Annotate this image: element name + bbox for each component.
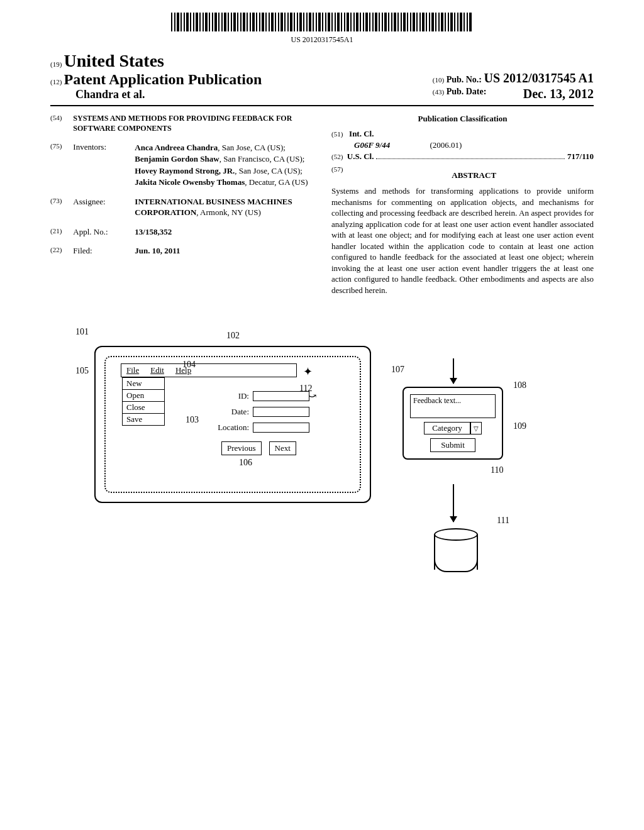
location-input[interactable] xyxy=(253,423,309,433)
code-51: (51) xyxy=(331,130,343,138)
feedback-textarea[interactable]: Feedback text... xyxy=(410,394,496,418)
menu-item-new[interactable]: New xyxy=(123,378,164,390)
inventor-location: , Decatur, GA (US) xyxy=(245,177,308,187)
us-cl-label: U.S. Cl. xyxy=(347,152,374,162)
ref-111: 111 xyxy=(497,516,509,526)
menu-file[interactable]: File xyxy=(126,365,139,375)
menu-item-open[interactable]: Open xyxy=(123,390,164,402)
dropdown-icon[interactable]: ▽ xyxy=(470,422,482,434)
code-75: (75) xyxy=(50,142,62,188)
menu-help[interactable]: Help xyxy=(175,365,191,375)
menubar[interactable]: File Edit Help xyxy=(121,363,297,377)
inventor-name: Anca Andreea Chandra xyxy=(135,143,218,152)
database-icon xyxy=(434,528,478,572)
int-cl-date: (2006.01) xyxy=(430,140,462,150)
arrow-down-icon xyxy=(453,358,454,384)
us-cl-value: 717/110 xyxy=(567,152,594,162)
menu-item-close[interactable]: Close xyxy=(123,402,164,414)
next-button[interactable]: Next xyxy=(269,441,296,455)
barcode-number: US 20120317545A1 xyxy=(50,35,594,45)
code-52: (52) xyxy=(331,153,343,160)
inventors-label: Inventors: xyxy=(73,142,123,188)
inventor-name: Jakita Nicole Owensby Thomas xyxy=(135,177,245,187)
inventors-list: Anca Andreea Chandra, San Jose, CA (US);… xyxy=(135,142,313,188)
category-select[interactable]: Category xyxy=(424,422,470,434)
figure-1: 101 102 105 104 112 103 106 107 108 109 … xyxy=(50,321,594,604)
int-cl-label: Int. Cl. xyxy=(349,129,374,138)
invention-title: SYSTEMS AND METHODS FOR PROVIDING FEEDBA… xyxy=(73,114,313,133)
submit-button[interactable]: Submit xyxy=(430,438,475,452)
app-window: File Edit Help New Open Close Save ✦ ⤻ I… xyxy=(94,346,371,503)
date-input[interactable] xyxy=(253,407,309,417)
ref-101: 101 xyxy=(75,327,89,337)
cursor-star-icon: ✦ xyxy=(303,365,313,379)
location-label: Location: xyxy=(215,423,249,433)
document-header: (19) United States (12) Patent Applicati… xyxy=(50,51,594,101)
ref-109: 109 xyxy=(513,421,526,431)
file-dropdown[interactable]: New Open Close Save xyxy=(122,377,165,426)
inventor-location: , San Jose, CA (US); xyxy=(235,166,303,175)
inventor-location: , San Jose, CA (US); xyxy=(218,143,286,152)
menu-edit[interactable]: Edit xyxy=(150,365,164,375)
horizontal-rule xyxy=(50,105,594,106)
previous-button[interactable]: Previous xyxy=(221,441,262,455)
appl-no-value: 13/158,352 xyxy=(135,227,172,237)
assignee-label: Assignee: xyxy=(73,197,123,218)
code-57: (57) xyxy=(331,165,343,185)
code-21: (21) xyxy=(50,227,62,237)
code-22: (22) xyxy=(50,246,62,256)
barcode-graphic xyxy=(171,13,473,31)
filed-value: Jun. 10, 2011 xyxy=(135,246,180,256)
id-input[interactable] xyxy=(253,391,309,401)
publication-type: Patent Application Publication xyxy=(64,71,262,87)
classification-header: Publication Classification xyxy=(331,114,594,124)
author-line: Chandra et al. xyxy=(50,88,262,101)
code-73: (73) xyxy=(50,197,62,218)
code-19: (19) xyxy=(50,60,62,68)
ref-102: 102 xyxy=(226,331,240,341)
inventor-name: Hovey Raymond Strong, JR. xyxy=(135,166,235,175)
country-name: United States xyxy=(64,51,164,70)
assignee-value: INTERNATIONAL BUSINESS MACHINES CORPORAT… xyxy=(135,197,313,218)
date-label: Date: xyxy=(215,407,249,417)
dotted-leader xyxy=(376,158,565,159)
publication-number: US 2012/0317545 A1 xyxy=(484,71,594,85)
appl-no-label: Appl. No.: xyxy=(73,227,123,237)
int-cl-code: G06F 9/44 xyxy=(354,140,390,150)
abstract-header: ABSTRACT xyxy=(354,170,594,180)
menu-item-save[interactable]: Save xyxy=(123,414,164,425)
feedback-panel: Feedback text... Category ▽ Submit xyxy=(402,387,503,460)
assignee-location: , Armonk, NY (US) xyxy=(196,208,260,217)
ref-108: 108 xyxy=(513,380,526,390)
arrow-down-icon xyxy=(453,484,454,522)
pub-no-label: Pub. No.: xyxy=(447,75,482,84)
barcode-region: US 20120317545A1 xyxy=(50,13,594,45)
ref-105: 105 xyxy=(75,366,89,376)
ref-107: 107 xyxy=(391,365,404,375)
code-12: (12) xyxy=(50,78,62,86)
code-10: (10) xyxy=(433,76,444,84)
abstract-text: Systems and methods for transforming app… xyxy=(331,185,594,296)
inventor-name: Benjamin Gordon Shaw xyxy=(135,154,219,163)
inventor-location: , San Francisco, CA (US); xyxy=(219,154,305,163)
code-43: (43) xyxy=(433,88,444,96)
code-54: (54) xyxy=(50,114,62,133)
filed-label: Filed: xyxy=(73,246,123,256)
id-label: ID: xyxy=(215,391,249,401)
pub-date-label: Pub. Date: xyxy=(447,87,487,96)
publication-date: Dec. 13, 2012 xyxy=(523,87,594,101)
ref-110: 110 xyxy=(491,465,503,475)
